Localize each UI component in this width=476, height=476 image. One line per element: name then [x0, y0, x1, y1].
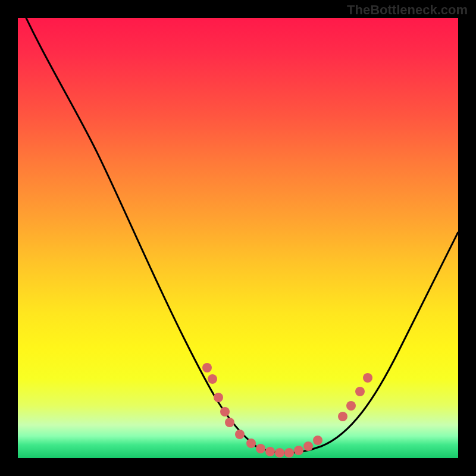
- data-point: [313, 436, 322, 445]
- data-point: [275, 448, 284, 458]
- data-point: [294, 446, 303, 455]
- curve-path: [18, 18, 458, 453]
- data-point: [346, 401, 356, 411]
- data-point: [220, 407, 230, 416]
- watermark-text: TheBottleneck.com: [8, 2, 468, 18]
- data-point: [363, 373, 372, 383]
- data-point: [284, 448, 294, 458]
- data-point: [338, 412, 347, 421]
- data-point: [256, 444, 265, 453]
- data-point: [246, 439, 256, 448]
- data-point: [225, 418, 234, 427]
- data-point: [202, 363, 212, 372]
- data-point: [303, 441, 313, 451]
- data-point: [235, 430, 245, 439]
- data-point: [208, 374, 217, 384]
- data-point: [214, 393, 223, 402]
- data-point-group: [202, 363, 372, 458]
- bottleneck-curve: [18, 18, 458, 458]
- chart-area: [18, 18, 458, 458]
- data-point: [265, 447, 275, 456]
- data-point: [355, 387, 365, 396]
